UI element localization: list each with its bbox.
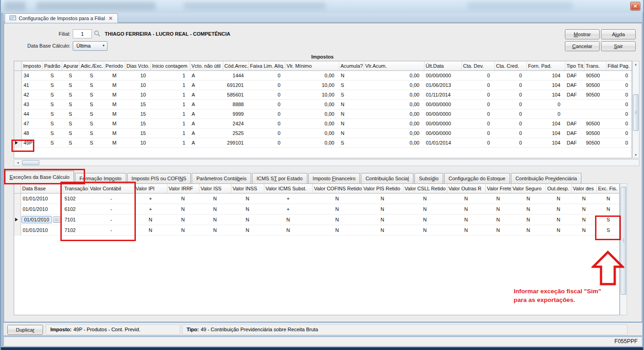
filial-input[interactable]: 1 bbox=[73, 29, 92, 38]
cell[interactable]: 1 bbox=[150, 99, 190, 109]
cell[interactable]: S bbox=[596, 225, 620, 235]
cell[interactable]: 104 bbox=[526, 70, 565, 80]
cell[interactable]: DAF bbox=[565, 118, 584, 128]
cell[interactable]: S bbox=[79, 118, 104, 128]
cell[interactable]: 00/00/0000 bbox=[424, 70, 462, 80]
column-header[interactable]: Inicio contagem bbox=[150, 61, 190, 70]
cell[interactable]: A bbox=[190, 90, 223, 99]
column-header[interactable]: Cta. Dev. bbox=[462, 61, 494, 70]
cell[interactable]: 43 bbox=[21, 99, 43, 109]
cell[interactable]: 00/00/0000 bbox=[424, 99, 462, 109]
cell[interactable]: 90500 bbox=[584, 70, 606, 80]
cell[interactable]: 0 bbox=[606, 80, 632, 90]
cell[interactable]: 0 bbox=[248, 138, 285, 147]
cell[interactable]: N bbox=[511, 214, 546, 225]
cell[interactable]: M bbox=[104, 80, 125, 90]
cell[interactable]: M bbox=[104, 109, 125, 118]
cell[interactable]: 0,00 bbox=[364, 138, 424, 147]
cell[interactable]: S bbox=[43, 70, 62, 80]
cell[interactable]: S bbox=[339, 90, 364, 99]
cell[interactable]: + bbox=[264, 204, 312, 214]
cell[interactable]: M bbox=[104, 138, 125, 147]
cell[interactable]: N bbox=[511, 193, 546, 204]
table-row[interactable]: 34SSSM101A144400,00N0,0000/00/000000104D… bbox=[14, 70, 632, 80]
cell[interactable]: N bbox=[511, 204, 546, 214]
cell[interactable]: N bbox=[571, 225, 596, 235]
cell[interactable]: 44 bbox=[21, 109, 43, 118]
cell[interactable]: M bbox=[104, 99, 125, 109]
search-icon[interactable] bbox=[94, 30, 101, 39]
tab-item-5[interactable]: Imposto Financeiro bbox=[308, 173, 360, 183]
cell[interactable]: 0 bbox=[462, 70, 494, 80]
cell[interactable]: N bbox=[447, 225, 485, 235]
cell[interactable]: N bbox=[403, 214, 447, 225]
cell[interactable] bbox=[584, 109, 606, 118]
cell[interactable]: N bbox=[546, 214, 571, 225]
cell[interactable]: 10 bbox=[125, 80, 150, 90]
cell[interactable]: 0,00 bbox=[364, 70, 424, 80]
scrollbar-thumb[interactable] bbox=[633, 94, 639, 131]
cell[interactable] bbox=[584, 99, 606, 109]
cell[interactable]: 0,00 bbox=[285, 128, 339, 138]
cell[interactable]: N bbox=[231, 214, 264, 225]
cell[interactable]: 0 bbox=[526, 99, 565, 109]
cell[interactable]: 1 bbox=[150, 70, 190, 80]
cell[interactable]: 104 bbox=[526, 118, 565, 128]
cell[interactable] bbox=[565, 99, 584, 109]
cell[interactable]: N bbox=[312, 193, 362, 204]
cell[interactable]: 0 bbox=[606, 138, 632, 147]
cell[interactable]: S bbox=[596, 214, 620, 225]
cell[interactable]: 0 bbox=[248, 70, 285, 80]
column-header[interactable]: Cód.Arrec. bbox=[223, 61, 248, 70]
cell[interactable]: 2424 bbox=[223, 118, 248, 128]
column-header[interactable]: Valor Outras R bbox=[447, 184, 485, 193]
cell[interactable]: 41 bbox=[21, 80, 43, 90]
cell[interactable]: N bbox=[312, 204, 362, 214]
cell[interactable]: N bbox=[312, 214, 362, 225]
cell[interactable]: A bbox=[190, 118, 223, 128]
column-header[interactable]: Dias Vcto. bbox=[125, 61, 150, 70]
column-header[interactable]: Valor Seguro bbox=[511, 184, 546, 193]
cell[interactable]: 0,00 bbox=[364, 128, 424, 138]
column-header[interactable]: Out.desp. bbox=[546, 184, 571, 193]
cell[interactable]: 104 bbox=[526, 128, 565, 138]
cell[interactable]: N bbox=[199, 225, 231, 235]
cell[interactable]: - bbox=[88, 204, 134, 214]
column-header[interactable]: Valor des bbox=[571, 184, 596, 193]
column-header[interactable]: Tipo Tít. bbox=[565, 61, 584, 70]
cell[interactable]: 0,00 bbox=[364, 99, 424, 109]
mostrar-button[interactable]: Mostrar bbox=[565, 29, 600, 39]
column-header[interactable]: Valor ISS bbox=[199, 184, 231, 193]
cell[interactable]: S bbox=[43, 99, 62, 109]
cell[interactable]: 0,00 bbox=[364, 109, 424, 118]
column-header[interactable]: Valor INSS bbox=[231, 184, 264, 193]
cell[interactable]: 0 bbox=[606, 109, 632, 118]
cell[interactable]: N bbox=[403, 193, 447, 204]
cell[interactable]: S bbox=[62, 138, 79, 147]
cell[interactable]: 1 bbox=[150, 128, 190, 138]
cell[interactable]: 90500 bbox=[584, 118, 606, 128]
cell[interactable]: S bbox=[79, 138, 104, 147]
cell[interactable]: 0 bbox=[494, 128, 526, 138]
cell[interactable]: 1444 bbox=[223, 70, 248, 80]
cell[interactable]: 0 bbox=[462, 138, 494, 147]
column-header[interactable]: Cta. Cred. bbox=[494, 61, 526, 70]
cell[interactable]: N bbox=[199, 204, 231, 214]
cell[interactable]: 6102 bbox=[63, 204, 88, 214]
cell[interactable]: 90500 bbox=[584, 128, 606, 138]
cell[interactable]: 01/01/2014 bbox=[424, 138, 462, 147]
cell[interactable]: S bbox=[79, 80, 104, 90]
cell[interactable]: N bbox=[339, 99, 364, 109]
cell[interactable]: S bbox=[339, 80, 364, 90]
cell[interactable]: 0 bbox=[462, 128, 494, 138]
column-header[interactable]: Filial Pag. bbox=[606, 61, 632, 70]
cell[interactable]: 10 bbox=[125, 70, 150, 80]
cell[interactable]: N bbox=[362, 225, 403, 235]
cell[interactable]: 01/01/2010 bbox=[21, 214, 63, 225]
cell[interactable]: 0 bbox=[462, 80, 494, 90]
cell[interactable]: 0 bbox=[248, 118, 285, 128]
cell[interactable]: S bbox=[43, 80, 62, 90]
cell[interactable]: + bbox=[134, 193, 167, 204]
cell[interactable]: 01/01/2010 bbox=[21, 225, 63, 235]
cell[interactable]: 0 bbox=[606, 90, 632, 99]
